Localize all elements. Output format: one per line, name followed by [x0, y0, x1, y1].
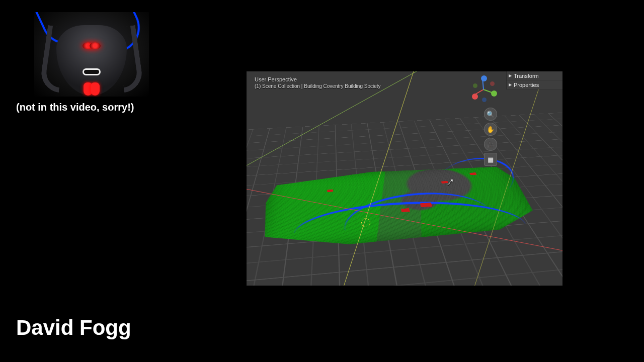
orientation-gizmo[interactable]	[469, 74, 498, 104]
subtitle-caption: (not in this video, sorry!)	[16, 102, 134, 113]
gizmo-axis-neg-z[interactable]	[482, 98, 487, 102]
gizmo-axis-neg-y[interactable]	[473, 83, 477, 88]
gizmo-axis-neg-x[interactable]	[490, 81, 495, 86]
camera-icon[interactable]: 🎥	[484, 138, 497, 151]
npanel-label: Transform	[514, 73, 539, 79]
npanel-label: Properties	[514, 82, 539, 88]
breadcrumb: Scene Collection | Building Coventry Bui…	[262, 83, 381, 89]
osm-map-mesh[interactable]	[256, 162, 550, 252]
perspective-label: User Perspective	[255, 76, 381, 82]
mouse-cursor-icon: ⭧	[446, 177, 454, 188]
3d-cursor-icon	[361, 218, 370, 227]
pan-icon[interactable]: ✋	[484, 123, 497, 136]
gizmo-axis-x[interactable]	[472, 94, 478, 100]
ortho-grid-icon[interactable]: ▦	[484, 153, 497, 166]
breadcrumb-index: (1)	[255, 83, 261, 89]
presenter-name: David Fogg	[16, 316, 131, 340]
chevron-right-icon: ▶	[509, 73, 512, 78]
viewport-info-overlay: User Perspective (1) Scene Collection | …	[255, 76, 381, 89]
chevron-right-icon: ▶	[509, 82, 512, 87]
presenter-avatar	[34, 12, 149, 97]
gizmo-axis-y[interactable]	[491, 90, 497, 97]
npanel-section-transform[interactable]: ▶ Transform	[507, 71, 562, 80]
n-panel[interactable]: ▶ Transform ▶ Properties	[506, 71, 562, 89]
viewport-nav-icons: 🔍 ✋ 🎥 ▦	[484, 108, 497, 166]
blender-3d-viewport[interactable]: ⭧ User Perspective (1) Scene Collection …	[247, 71, 562, 286]
zoom-icon[interactable]: 🔍	[484, 108, 497, 121]
gizmo-axis-z[interactable]	[481, 75, 487, 81]
npanel-section-properties[interactable]: ▶ Properties	[507, 80, 562, 89]
